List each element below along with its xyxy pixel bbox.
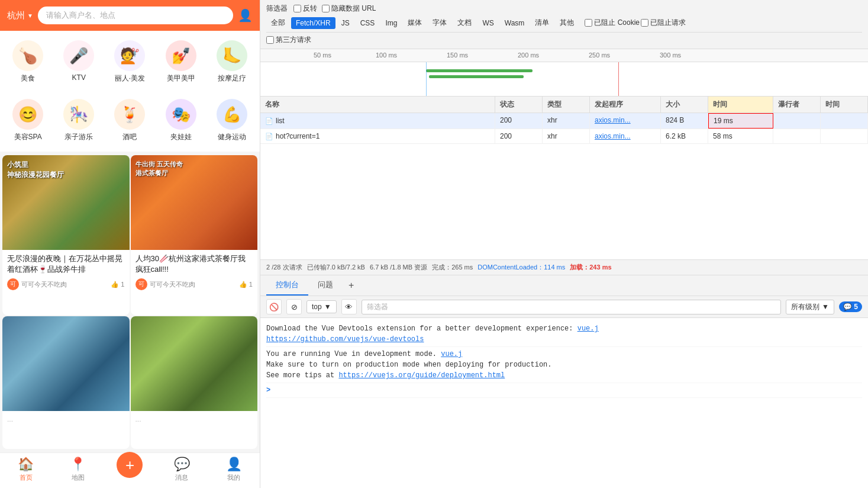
food-card-title-3: ...	[7, 415, 125, 425]
log-level-selector[interactable]: 所有级别 ▼	[786, 300, 834, 314]
console-line-caret: >	[266, 383, 862, 398]
eye-icon-button[interactable]: 👁	[341, 299, 357, 314]
tab-console[interactable]: 控制台	[266, 275, 308, 296]
kids-icon: 🎠	[63, 99, 94, 130]
hide-data-url-input[interactable]	[322, 5, 330, 12]
tab-doc[interactable]: 文档	[453, 16, 476, 30]
clear-console-button[interactable]: 🚫	[266, 299, 282, 314]
col-type[interactable]: 类型	[543, 97, 590, 113]
col-time[interactable]: 时间	[708, 97, 773, 113]
tab-wasm[interactable]: Wasm	[500, 17, 530, 29]
tab-media[interactable]: 媒体	[403, 16, 427, 30]
timeline-vline-blue	[426, 62, 427, 97]
add-button[interactable]: +	[117, 452, 143, 478]
author-info-1: 可 可可今天不吃肉	[7, 278, 67, 290]
category-bar[interactable]: 🍹 酒吧	[104, 95, 155, 146]
card2-overlay: 牛出街 五天传奇港式茶餐厅	[135, 160, 183, 178]
col-status[interactable]: 状态	[495, 97, 543, 113]
vue-devtools-github-link[interactable]: https://github.com/vuejs/vue-devtools	[266, 335, 424, 343]
col-initiator[interactable]: 发起程序	[590, 97, 661, 113]
location-button[interactable]: 杭州 ▼	[7, 10, 33, 21]
timeline-bar-green-2	[429, 75, 524, 78]
file-icon-list: 📄	[265, 117, 273, 125]
tab-ws[interactable]: WS	[477, 17, 498, 29]
third-party-checkbox[interactable]: 第三方请求	[266, 35, 311, 45]
tab-font[interactable]: 字体	[428, 16, 451, 30]
search-bar[interactable]: 请输入商户名、地点	[38, 7, 233, 24]
td-size-hot: 6.2 kB	[661, 129, 708, 143]
third-party-input[interactable]	[266, 36, 274, 44]
filter-type-tabs: 全部 Fetch/XHR JS CSS Img 媒体 字体 文档 WS Wasm…	[266, 14, 862, 33]
nav-profile[interactable]: 👤 我的	[208, 457, 260, 482]
table-row-list[interactable]: 📄 list 200 xhr axios.min... 824 B 19 ms	[260, 113, 868, 129]
category-ktv[interactable]: 🎤 KTV	[53, 37, 104, 87]
category-nail[interactable]: 💅 美甲美甲	[156, 37, 206, 87]
food-card-3[interactable]: ...	[2, 316, 130, 449]
tab-manifest[interactable]: 清单	[530, 16, 554, 30]
like-button-1[interactable]: 👍 1	[111, 281, 124, 288]
blocked-requests-input[interactable]	[641, 19, 648, 27]
blocked-cookie-checkbox[interactable]: 已阻止 Cookie	[585, 18, 640, 28]
search-placeholder: 请输入商户名、地点	[46, 10, 115, 21]
tab-all[interactable]: 全部	[266, 16, 290, 30]
category-spa[interactable]: 😊 美容SPA	[2, 95, 53, 146]
status-requests: 2 /28 次请求	[266, 263, 302, 272]
nav-message[interactable]: 💬 消息	[156, 457, 208, 482]
top-context-selector[interactable]: top ▼	[306, 300, 337, 313]
network-timeline: 50 ms 100 ms 150 ms 200 ms 250 ms 300 ms	[260, 49, 868, 97]
hide-data-url-checkbox[interactable]: 隐藏数据 URL	[322, 4, 376, 14]
no-icon-button[interactable]: ⊘	[286, 299, 302, 314]
tab-css[interactable]: CSS	[356, 17, 380, 29]
tab-js[interactable]: JS	[337, 17, 354, 29]
like-button-2[interactable]: 👍 1	[239, 281, 253, 288]
ktv-icon: 🎤	[63, 40, 94, 71]
category-kids[interactable]: 🎠 亲子游乐	[53, 95, 104, 146]
col-time2[interactable]: 时间	[821, 97, 868, 113]
category-beauty[interactable]: 💇 丽人·美发	[104, 37, 155, 87]
invert-input[interactable]	[293, 5, 301, 12]
nav-add[interactable]: +	[104, 457, 156, 482]
td-waterfall-hot	[773, 129, 821, 143]
initiator-link-hot[interactable]: axios.min...	[595, 132, 631, 140]
initiator-link-list[interactable]: axios.min...	[595, 116, 631, 124]
category-gym[interactable]: 💪 健身运动	[206, 95, 257, 146]
file-icon-hot: 📄	[265, 133, 273, 140]
category-massage[interactable]: 🦶 按摩足疗	[206, 37, 257, 87]
category-food[interactable]: 🍗 美食	[2, 37, 53, 87]
gym-icon: 💪	[217, 99, 247, 130]
nav-home-label: 首页	[20, 473, 33, 482]
tab-img[interactable]: Img	[380, 17, 402, 29]
col-size[interactable]: 大小	[661, 97, 708, 113]
tab-fetch-xhr[interactable]: Fetch/XHR	[291, 17, 335, 29]
nav-home[interactable]: 🏠 首页	[0, 457, 52, 482]
td-time2-hot	[821, 129, 868, 143]
add-tab-button[interactable]: +	[343, 276, 360, 295]
category-billiard[interactable]: 🎭 夹娃娃	[156, 95, 206, 146]
table-row-hot[interactable]: 📄 hot?current=1 200 xhr axios.min... 6.2…	[260, 129, 868, 144]
td-time2-list	[821, 113, 868, 129]
spa-label: 美容SPA	[14, 132, 42, 142]
console-filter-input[interactable]: 筛选器	[362, 300, 782, 314]
vue-devtools-link-label[interactable]: vue.j	[577, 325, 599, 333]
nav-map[interactable]: 📍 地图	[52, 457, 104, 482]
food-card-title-1: 无尽浪漫的夜晚｜在万花丛中摇晃着红酒杯🍷品战斧牛排	[7, 253, 125, 275]
level-label: 所有级别	[791, 302, 819, 312]
food-card-2[interactable]: 牛出街 五天传奇港式茶餐厅 人均30🥢杭州这家港式茶餐厅我疯狂call!!! 可…	[131, 155, 258, 315]
vue-deployment-link[interactable]: https://vuejs.org/guide/deployment.html	[338, 371, 505, 380]
blocked-requests-checkbox[interactable]: 已阻止请求	[641, 18, 686, 28]
col-name[interactable]: 名称	[260, 97, 495, 113]
console-line-2: You are running Vue in development mode.…	[266, 347, 862, 383]
invert-checkbox[interactable]: 反转	[293, 4, 317, 14]
food-card-1[interactable]: 小筑里神秘浪漫花园餐厅 无尽浪漫的夜晚｜在万花丛中摇晃着红酒杯🍷品战斧牛排 可 …	[2, 155, 130, 315]
col-waterfall[interactable]: 瀑行者	[773, 97, 821, 113]
devtools-filter-bar: 筛选器 反转 隐藏数据 URL 全部 Fetch/XHR JS CSS Img …	[260, 0, 868, 49]
vue-warn-link[interactable]: vue.j	[441, 350, 462, 358]
author-info-2: 可 可可今天不吃肉	[135, 278, 195, 290]
timeline-mark-300: 300 ms	[660, 52, 681, 59]
food-card-4[interactable]: ...	[131, 316, 258, 449]
avatar-2: 可	[135, 278, 147, 290]
user-icon[interactable]: 👤	[238, 8, 253, 23]
blocked-cookie-input[interactable]	[585, 19, 592, 27]
tab-issues[interactable]: 问题	[308, 275, 343, 296]
tab-other[interactable]: 其他	[555, 16, 579, 30]
